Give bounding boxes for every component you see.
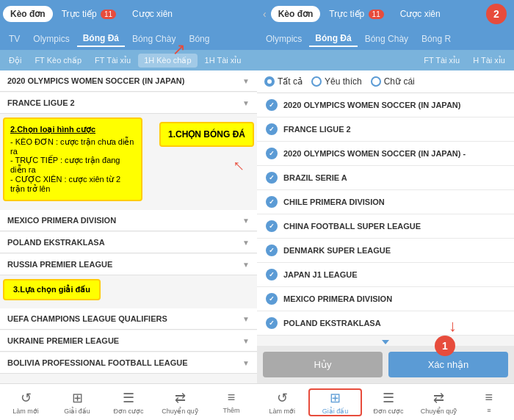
league-item[interactable]: POLAND EKSTRAKLASA ▼ (0, 232, 257, 253)
right-panel: ‹ Kèo đơn Trực tiếp 11 Cược xiên 2 Olymp… (257, 0, 514, 420)
nav-lam-moi-left[interactable]: ↺ Làm mới (0, 390, 51, 415)
sport-olympics[interactable]: Olympics (27, 32, 75, 46)
step-1-badge: 1 (435, 336, 455, 356)
sub-ft-tai-xiu[interactable]: FT Tài xỉu (89, 54, 137, 68)
sub-doi[interactable]: Đội (3, 54, 27, 68)
radio-chu-cai (371, 76, 381, 87)
right-bottom-nav: ↺ Làm mới ⊞ Giải đấu ☰ Đơn cược ⇄ Chuyển… (257, 383, 514, 420)
tab-keo-don-right[interactable]: Kèo đơn (271, 6, 321, 22)
sub-1h-keo-chap[interactable]: 1H Kèo chấp (138, 54, 197, 68)
sub-ft-keo-chap[interactable]: FT Kèo chấp (29, 54, 87, 68)
list-item[interactable]: ✓ CHILE PRIMERA DIVISION (257, 190, 514, 214)
badge-truc-tiep-left: 11 (101, 10, 116, 19)
nav-chuyen-quy-left[interactable]: ⇄ Chuyển quỹ (154, 390, 206, 415)
league-item[interactable]: BOLIVIA PROFESSIONAL FOOTBALL LEAGUE ▼ (0, 352, 257, 374)
annotation-box-2: 2.Chọn loại hình cược - KÈO ĐƠN : cược t… (3, 117, 142, 201)
nav-giai-dau-left[interactable]: ⊞ Giải đấu (51, 390, 103, 415)
left-league-list[interactable]: 2020 OLYMPICS WOMEN SOCCER (IN JAPAN) ▼ … (0, 70, 257, 383)
more-icon: ≡ (228, 390, 236, 405)
league-check-icon: ✓ (266, 317, 278, 329)
list-item[interactable]: ✓ 2020 OLYMPICS WOMEN SOCCER (IN JAPAN) (257, 93, 514, 117)
league-item[interactable]: MEXICO PRIMERA DIVISION ▼ (0, 210, 257, 231)
sport-bong-chay-right[interactable]: Bóng Chày (359, 32, 414, 46)
transfer-icon: ⇄ (433, 390, 444, 406)
more-icon: ≡ (485, 390, 493, 405)
load-more[interactable] (257, 336, 514, 346)
chevron-down-icon: ▼ (242, 217, 250, 225)
cancel-button[interactable]: Hủy (263, 352, 383, 377)
nav-more-right[interactable]: ≡ ≡ (464, 390, 514, 414)
sport-bong-r[interactable]: Bóng (183, 32, 215, 46)
left-panel: Kèo đơn Trực tiếp 11 Cược xiên TV Olympi… (0, 0, 257, 420)
list-item[interactable]: ✓ JAPAN J1 LEAGUE (257, 263, 514, 287)
nav-don-cuoc-right[interactable]: ☰ Đơn cược (363, 390, 413, 415)
filter-tat-ca[interactable]: Tất cả (264, 76, 303, 87)
refresh-icon: ↺ (277, 390, 288, 406)
league-check-icon: ✓ (266, 148, 278, 159)
sub-ft-tai-xiu-right[interactable]: FT Tài xỉu (418, 54, 466, 68)
sport-bong-da[interactable]: Bóng Đá (77, 31, 125, 47)
back-icon[interactable]: ‹ (260, 8, 269, 20)
list-item[interactable]: ✓ CHINA FOOTBALL SUPER LEAGUE (257, 214, 514, 239)
filter-bar: Tất cả Yêu thích Chữ cái (257, 70, 514, 93)
left-sports-nav: TV Olympics Bóng Đá Bóng Chày Bóng (0, 28, 257, 50)
badge-truc-tiep-right: 11 (369, 10, 384, 19)
right-tab-bar: ‹ Kèo đơn Trực tiếp 11 Cược xiên 2 (257, 0, 514, 28)
tab-cuoc-xien-right[interactable]: Cược xiên (393, 6, 448, 22)
left-bottom-nav: ↺ Làm mới ⊞ Giải đấu ☰ Đơn cược ⇄ Chuyển… (0, 383, 257, 420)
sub-h-tai-xiu-right[interactable]: H Tài xỉu (467, 54, 511, 68)
nav-don-cuoc-left[interactable]: ☰ Đơn cược (103, 390, 154, 415)
league-check-icon: ✓ (266, 99, 278, 111)
league-check-icon: ✓ (266, 196, 278, 208)
list-item[interactable]: ✓ FRANCE LIGUE 2 (257, 117, 514, 142)
refresh-icon: ↺ (21, 390, 32, 406)
nav-them-left[interactable]: ≡ Thêm (206, 390, 257, 414)
right-sub-nav: FT Tài xỉu H Tài xỉu (257, 50, 514, 70)
tab-truc-tiep-left[interactable]: Trực tiếp 11 (54, 6, 123, 22)
action-buttons-bar: Hủy Xác nhận 1 ↓ (257, 346, 514, 383)
nav-lam-moi-right[interactable]: ↺ Làm mới (257, 390, 307, 415)
annotation-box-3: 3.Lựa chọn giải đấu (3, 279, 101, 300)
list-item[interactable]: ✓ MEXICO PRIMERA DIVISION (257, 287, 514, 311)
league-check-icon: ✓ (266, 245, 278, 256)
chevron-down-icon: ▼ (242, 99, 250, 107)
sport-tv[interactable]: TV (3, 32, 26, 46)
tab-cuoc-xien-left[interactable]: Cược xiên (125, 6, 180, 22)
tournament-icon: ⊞ (330, 390, 341, 406)
radio-yeu-thich (311, 76, 322, 87)
left-tab-bar: Kèo đơn Trực tiếp 11 Cược xiên (0, 0, 257, 28)
league-check-icon: ✓ (266, 269, 278, 280)
sub-1h-tai-xiu[interactable]: 1H Tài xỉu (199, 54, 247, 68)
chevron-down-icon: ▼ (242, 77, 250, 85)
sport-bong-r-right[interactable]: Bóng R (416, 32, 457, 46)
bet-slip-icon: ☰ (123, 390, 134, 406)
league-check-icon: ✓ (266, 220, 278, 232)
league-item[interactable]: UEFA CHAMPIONS LEAGUE QUALIFIERS ▼ (0, 308, 257, 330)
league-check-icon: ✓ (266, 123, 278, 135)
nav-chuyen-quy-right[interactable]: ⇄ Chuyển quỹ (413, 390, 463, 415)
list-item[interactable]: ✓ 2020 OLYMPICS WOMEN SOCCER (IN JAPAN) … (257, 142, 514, 166)
league-item[interactable]: FRANCE LIGUE 2 ▼ (0, 93, 257, 114)
nav-giai-dau-right[interactable]: ⊞ Giải đấu (308, 388, 361, 416)
radio-tat-ca (264, 76, 275, 87)
tab-keo-don-left[interactable]: Kèo đơn (3, 6, 53, 22)
sport-bong-da-right[interactable]: Bóng Đá (309, 31, 357, 47)
arrow-left-sport: ↙ (173, 40, 186, 59)
right-sports-nav: Olympics Bóng Đá Bóng Chày Bóng R (257, 28, 514, 50)
league-check-icon: ✓ (266, 172, 278, 184)
league-item[interactable]: RUSSIA PREMIER LEAGUE ▼ (0, 254, 257, 275)
left-sub-nav: Đội FT Kèo chấp FT Tài xỉu 1H Kèo chấp 1… (0, 50, 257, 70)
chevron-down-icon: ▼ (242, 261, 250, 269)
arrow-bong-da: ↑ (228, 155, 248, 175)
list-item[interactable]: ✓ DENMARK SUPER LEAGUE (257, 239, 514, 263)
tournament-icon: ⊞ (72, 390, 83, 406)
league-item[interactable]: UKRAINE PREMIER LEAGUE ▼ (0, 330, 257, 352)
right-league-list[interactable]: ✓ 2020 OLYMPICS WOMEN SOCCER (IN JAPAN) … (257, 93, 514, 346)
filter-yeu-thich[interactable]: Yêu thích (311, 76, 362, 87)
filter-chu-cai[interactable]: Chữ cái (371, 76, 415, 87)
list-item[interactable]: ✓ BRAZIL SERIE A (257, 166, 514, 190)
sport-olympics-right[interactable]: Olympics (260, 32, 308, 46)
list-item[interactable]: ✓ POLAND EKSTRAKLASA (257, 311, 514, 336)
tab-truc-tiep-right[interactable]: Trực tiếp 11 (322, 6, 391, 22)
league-item[interactable]: 2020 OLYMPICS WOMEN SOCCER (IN JAPAN) ▼ (0, 70, 257, 92)
